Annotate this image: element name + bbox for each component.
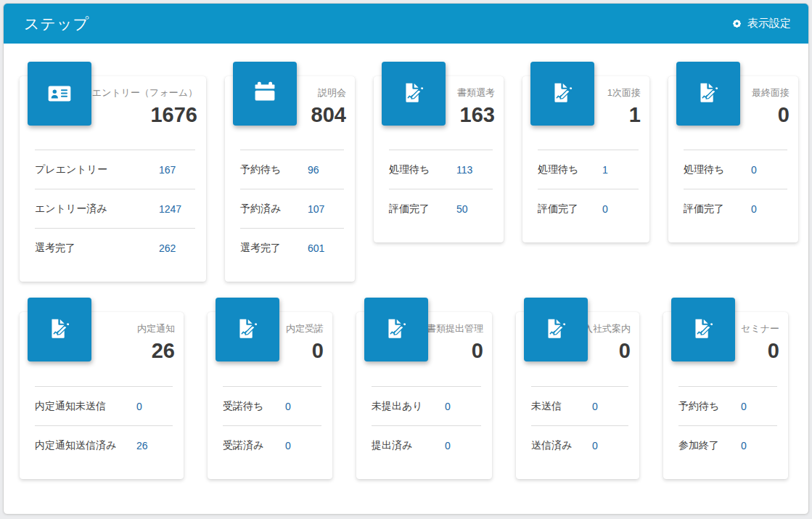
stat-row: 内定通知未送信0: [35, 386, 173, 425]
stat-label: 選考完了: [35, 242, 159, 255]
panel-header: ステップ 表示設定: [4, 4, 808, 44]
steps-panel: ステップ 表示設定 エントリー（フォーム） 1676 プレエントリー167エント…: [3, 3, 809, 515]
step-card: 1次面接 1 処理待ち1評価完了0: [522, 76, 649, 242]
stat-row: 送信済み0: [531, 425, 628, 465]
step-card: 内定通知 26 内定通知未送信0内定通知送信済み26: [20, 312, 184, 478]
stat-list: 処理待ち1評価完了0: [538, 150, 639, 242]
stat-value-link[interactable]: 26: [136, 440, 173, 451]
stat-row: 評価完了0: [538, 189, 639, 228]
display-settings-label: 表示設定: [747, 17, 791, 30]
stat-value-link[interactable]: 1247: [159, 203, 195, 215]
stat-list: プレエントリー167エントリー済み1247選考完了262: [35, 150, 195, 282]
step-icon-tile[interactable]: [216, 298, 279, 361]
stat-row: 参加終了0: [678, 425, 777, 465]
stat-list: 処理待ち113評価完了50: [389, 150, 493, 242]
stat-list: 内定通知未送信0内定通知送信済み26: [35, 386, 173, 479]
stat-label: 予約待ち: [240, 163, 308, 176]
stat-row: プレエントリー167: [35, 150, 195, 189]
stat-value-link[interactable]: 0: [602, 203, 639, 215]
stat-label: 処理待ち: [684, 163, 751, 176]
step-card: 書類選考 163 処理待ち113評価完了50: [374, 76, 504, 242]
stat-row: 予約済み107: [240, 189, 344, 228]
step-icon-tile[interactable]: [524, 298, 588, 361]
step-card: エントリー（フォーム） 1676 プレエントリー167エントリー済み1247選考…: [20, 76, 206, 282]
stat-value-link[interactable]: 601: [308, 242, 344, 254]
step-icon-tile[interactable]: [382, 62, 446, 126]
stat-value-link[interactable]: 167: [159, 164, 195, 176]
stat-value-link[interactable]: 0: [741, 440, 777, 451]
file-signature-icon: [43, 313, 76, 346]
step-card: 最終面接 0 処理待ち0評価完了0: [668, 76, 798, 242]
step-card: 入社式案内 0 未送信0送信済み0: [516, 312, 639, 478]
stat-label: 処理待ち: [389, 163, 456, 176]
stat-value-link[interactable]: 0: [751, 164, 787, 176]
stat-label: 評価完了: [389, 203, 456, 216]
stat-value-link[interactable]: 50: [456, 203, 493, 215]
stat-label: 選考完了: [240, 242, 308, 255]
cards-row-2: 内定通知 26 内定通知未送信0内定通知送信済み26 内定受諾 0 受諾待ち0受…: [4, 298, 808, 478]
stat-label: 評価完了: [538, 203, 602, 216]
stat-row: 予約待ち0: [678, 386, 777, 425]
stat-label: 受諾待ち: [223, 400, 285, 413]
stat-value-link[interactable]: 0: [285, 440, 321, 451]
stat-row: 選考完了262: [35, 228, 195, 267]
stat-value-link[interactable]: 0: [751, 203, 787, 215]
stat-row: 処理待ち0: [684, 150, 787, 189]
step-icon-tile[interactable]: [28, 298, 91, 361]
display-settings-button[interactable]: 表示設定: [731, 17, 791, 30]
stat-label: 参加終了: [678, 439, 741, 452]
file-signature-icon: [692, 77, 725, 110]
stat-value-link[interactable]: 107: [308, 203, 344, 215]
step-card: セミナー 0 予約待ち0参加終了0: [663, 312, 788, 478]
stat-row: 未送信0: [531, 386, 628, 425]
stat-label: 内定通知送信済み: [35, 439, 136, 452]
step-icon-tile[interactable]: [28, 62, 91, 126]
stat-label: 受諾済み: [223, 439, 285, 452]
stat-value-link[interactable]: 113: [456, 164, 493, 176]
stat-row: 処理待ち1: [538, 150, 639, 189]
step-icon-tile[interactable]: [671, 298, 735, 361]
stat-value-link[interactable]: 262: [159, 242, 195, 254]
stat-list: 未提出あり0提出済み0: [372, 386, 481, 479]
file-signature-icon: [546, 77, 579, 110]
stat-row: 処理待ち113: [389, 150, 493, 189]
stat-list: 受諾待ち0受諾済み0: [223, 386, 321, 479]
calendar-icon: [248, 77, 282, 110]
stat-label: 予約済み: [240, 203, 308, 216]
gear-icon: [731, 18, 742, 29]
stat-value-link[interactable]: 0: [741, 401, 777, 412]
stat-row: 選考完了601: [240, 228, 344, 267]
step-icon-tile[interactable]: [530, 62, 594, 126]
stat-row: 提出済み0: [372, 425, 481, 465]
stat-label: 未提出あり: [372, 400, 445, 413]
step-icon-tile[interactable]: [233, 62, 297, 126]
file-signature-icon: [380, 313, 413, 346]
stat-row: 評価完了50: [389, 189, 493, 228]
stat-row: 受諾待ち0: [223, 386, 321, 425]
stat-value-link[interactable]: 0: [136, 401, 173, 412]
stat-value-link[interactable]: 96: [308, 164, 344, 176]
step-icon-tile[interactable]: [676, 62, 740, 126]
stat-row: 評価完了0: [684, 189, 787, 228]
step-card: 内定受諾 0 受諾待ち0受諾済み0: [208, 312, 332, 478]
stat-label: エントリー済み: [35, 203, 159, 216]
step-icon-tile[interactable]: [364, 298, 428, 361]
stat-value-link[interactable]: 0: [445, 401, 481, 412]
stat-value-link[interactable]: 0: [592, 401, 628, 412]
stat-value-link[interactable]: 0: [445, 440, 481, 451]
stat-list: 処理待ち0評価完了0: [684, 150, 787, 242]
stat-row: 受諾済み0: [223, 425, 321, 465]
stat-value-link[interactable]: 1: [602, 164, 639, 176]
stat-label: 予約待ち: [678, 400, 741, 413]
stat-label: 提出済み: [372, 439, 445, 452]
stat-label: 内定通知未送信: [35, 400, 136, 413]
panel-body: エントリー（フォーム） 1676 プレエントリー167エントリー済み1247選考…: [4, 62, 808, 479]
stat-row: 未提出あり0: [372, 386, 481, 425]
stat-label: 評価完了: [684, 203, 751, 216]
file-signature-icon: [231, 313, 264, 346]
stat-value-link[interactable]: 0: [285, 401, 321, 412]
stat-list: 未送信0送信済み0: [531, 386, 628, 479]
file-signature-icon: [539, 313, 573, 346]
cards-row-1: エントリー（フォーム） 1676 プレエントリー167エントリー済み1247選考…: [4, 62, 808, 282]
stat-value-link[interactable]: 0: [592, 440, 628, 451]
